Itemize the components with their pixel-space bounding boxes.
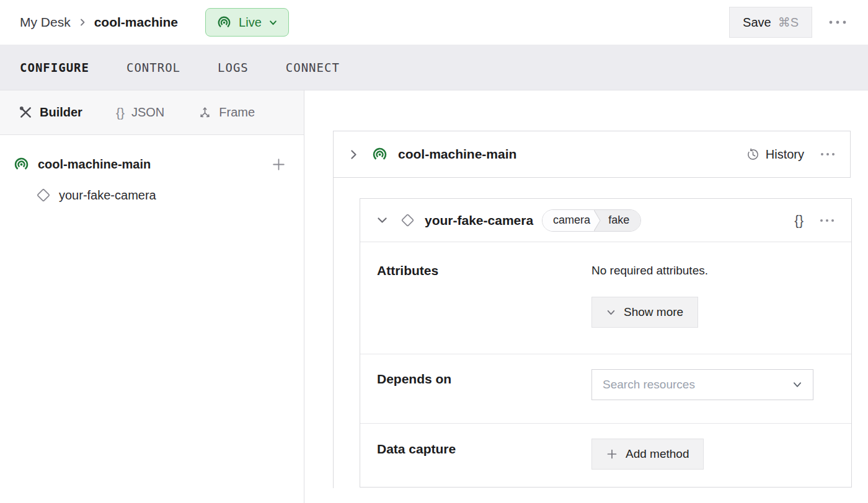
search-resources-placeholder: Search resources: [603, 378, 792, 391]
tab-connect[interactable]: CONNECT: [286, 61, 340, 74]
braces-icon: {}: [116, 105, 125, 120]
tab-configure[interactable]: CONFIGURE: [20, 61, 89, 74]
save-shortcut-hint: ⌘S: [778, 15, 799, 30]
component-menu-button[interactable]: [820, 219, 835, 222]
tab-control[interactable]: CONTROL: [126, 61, 180, 74]
machine-status-dropdown[interactable]: Live: [205, 8, 289, 37]
mode-tab-json[interactable]: {} JSON: [116, 105, 164, 120]
component-collapse-button[interactable]: [377, 215, 388, 225]
show-more-label: Show more: [624, 305, 683, 319]
mode-tab-label: Builder: [40, 105, 82, 120]
component-card-title: your-fake-camera: [425, 213, 533, 228]
edit-json-button[interactable]: {}: [794, 212, 804, 229]
component-diamond-icon: [400, 212, 415, 228]
machine-part-card: cool-machine-main History: [333, 131, 851, 178]
ellipsis-icon: [820, 219, 835, 222]
mode-tab-label: JSON: [131, 105, 164, 120]
tree-item-machine-part[interactable]: cool-machine-main: [0, 149, 304, 180]
save-button[interactable]: Save ⌘S: [729, 7, 812, 38]
component-diamond-icon: [35, 187, 51, 203]
attributes-content: No required attributes. Show more: [591, 242, 708, 354]
machine-live-icon: [371, 146, 388, 163]
tab-logs[interactable]: LOGS: [218, 61, 249, 74]
component-model-tag: fake: [603, 210, 640, 231]
config-sidebar: Builder {} JSON Frame: [0, 90, 304, 503]
topbar-overflow-menu-button[interactable]: [828, 20, 847, 25]
machine-nav-tabs: CONFIGURE CONTROL LOGS CONNECT: [0, 45, 868, 90]
top-bar: My Desk cool-machine Live Save ⌘S: [0, 0, 868, 45]
chevron-down-icon: [377, 215, 388, 225]
data-capture-content: Add method: [591, 424, 704, 487]
ellipsis-icon: [828, 20, 847, 25]
add-method-label: Add method: [626, 447, 689, 461]
frame-axes-icon: [198, 105, 212, 120]
chevron-right-icon: [348, 149, 359, 160]
depends-on-section: Depends on Search resources: [360, 354, 851, 423]
plus-icon: [271, 157, 286, 172]
part-card-menu-button[interactable]: [820, 152, 835, 156]
data-capture-label: Data capture: [377, 424, 591, 487]
show-more-button[interactable]: Show more: [591, 297, 698, 328]
machine-live-icon: [13, 156, 30, 173]
resource-tree: cool-machine-main your-fake-camera: [0, 135, 304, 211]
history-button-label: History: [766, 147, 804, 162]
data-capture-section: Data capture Add method: [360, 423, 851, 487]
plus-icon: [606, 448, 618, 460]
tree-connector-line: [333, 178, 334, 488]
breadcrumb-chevron-icon: [78, 18, 87, 27]
save-button-label: Save: [743, 15, 771, 30]
chevron-down-icon: [268, 18, 278, 27]
config-mode-tabs: Builder {} JSON Frame: [0, 90, 304, 135]
component-type-model-badge: camera fake: [542, 209, 641, 232]
add-method-button[interactable]: Add method: [591, 439, 704, 470]
history-clock-icon: [746, 147, 760, 162]
component-card-header: your-fake-camera camera fake {}: [360, 199, 851, 242]
history-button[interactable]: History: [746, 147, 804, 162]
builder-tools-icon: [19, 105, 33, 120]
mode-tab-builder[interactable]: Builder: [19, 105, 82, 120]
content-area: Builder {} JSON Frame: [0, 90, 868, 503]
depends-on-label: Depends on: [377, 354, 591, 423]
ellipsis-icon: [820, 152, 835, 156]
part-card-expand-button[interactable]: [348, 149, 359, 160]
machine-status-label: Live: [239, 15, 262, 30]
tree-item-label: cool-machine-main: [38, 157, 151, 172]
attributes-empty-text: No required attributes.: [591, 264, 708, 278]
component-card: your-fake-camera camera fake {} Attr: [360, 198, 852, 488]
add-resource-button[interactable]: [271, 157, 286, 172]
depends-on-content: Search resources: [591, 354, 813, 423]
mode-tab-frame[interactable]: Frame: [198, 105, 255, 120]
tree-item-label: your-fake-camera: [59, 188, 156, 203]
part-card-title: cool-machine-main: [398, 147, 516, 162]
mode-tab-label: Frame: [219, 105, 255, 120]
depends-on-search-select[interactable]: Search resources: [591, 369, 813, 400]
tree-item-component[interactable]: your-fake-camera: [0, 180, 304, 211]
attributes-section: Attributes No required attributes. Show …: [360, 242, 851, 354]
chevron-down-icon: [792, 380, 802, 390]
breadcrumb-current-machine: cool-machine: [94, 15, 178, 30]
live-broadcast-icon: [216, 15, 232, 30]
component-type-tag: camera: [542, 210, 594, 231]
breadcrumb-root[interactable]: My Desk: [20, 15, 71, 30]
badge-divider-chevron: [594, 210, 603, 231]
attributes-label: Attributes: [377, 242, 591, 354]
chevron-down-icon: [606, 308, 616, 317]
config-main-panel: cool-machine-main History: [304, 90, 868, 503]
